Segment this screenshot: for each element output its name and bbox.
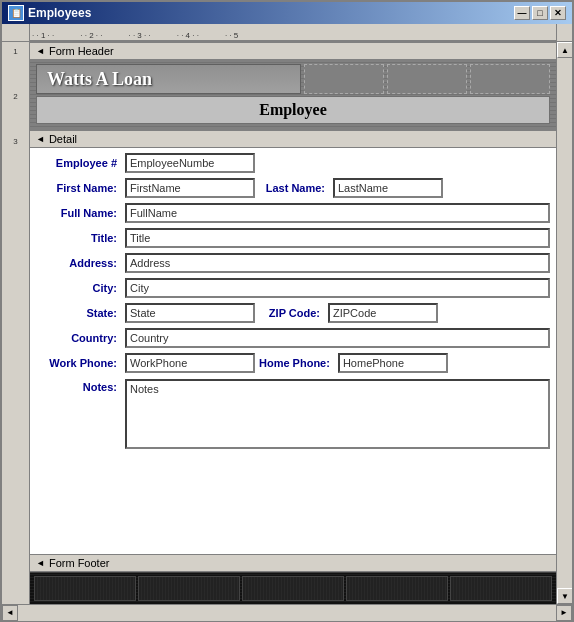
city-value: City xyxy=(130,282,149,294)
notes-value: Notes xyxy=(130,383,159,395)
minimize-button[interactable]: — xyxy=(514,6,530,20)
form-header-arrow-icon: ◄ xyxy=(36,46,45,56)
subtitle-row: Employee xyxy=(36,96,550,124)
home-phone-input[interactable]: HomePhone xyxy=(338,353,448,373)
first-name-label: First Name: xyxy=(36,182,121,194)
first-name-input[interactable]: FirstName xyxy=(125,178,255,198)
zip-label: ZIP Code: xyxy=(259,307,324,319)
ruler-tick-2: · · 2 · · xyxy=(80,31,102,40)
notes-input[interactable]: Notes xyxy=(125,379,550,449)
title-row: Title: Title xyxy=(36,227,550,249)
state-input[interactable]: State xyxy=(125,303,255,323)
notes-label: Notes: xyxy=(36,381,121,393)
address-value: Address xyxy=(130,257,170,269)
close-button[interactable]: ✕ xyxy=(550,6,566,20)
title-input[interactable]: Title xyxy=(125,228,550,248)
first-name-value: FirstName xyxy=(130,182,181,194)
header-cell-1 xyxy=(304,64,384,94)
full-name-label: Full Name: xyxy=(36,207,121,219)
work-phone-label: Work Phone: xyxy=(36,357,121,369)
title-bar-left: 📋 Employees xyxy=(8,5,91,21)
ruler-tick-5: · · 5 xyxy=(225,31,238,40)
city-row: City: City xyxy=(36,277,550,299)
window-title: Employees xyxy=(28,6,91,20)
detail-arrow-icon: ◄ xyxy=(36,134,45,144)
state-value: State xyxy=(130,307,156,319)
ruler-left-tick-1: 1 xyxy=(13,47,17,92)
footer-cell-4 xyxy=(346,576,448,601)
company-name-cell: Watts A Loan xyxy=(36,64,301,94)
work-phone-input[interactable]: WorkPhone xyxy=(125,353,255,373)
scrollbar-bottom: ◄ ► xyxy=(2,604,572,620)
scroll-track-bottom xyxy=(18,605,556,621)
ruler-left-tick-2: 2 xyxy=(13,92,17,137)
footer-cell-1 xyxy=(34,576,136,601)
scroll-up-button[interactable]: ▲ xyxy=(557,42,572,58)
full-name-value: FullName xyxy=(130,207,177,219)
title-controls: — □ ✕ xyxy=(514,6,566,20)
last-name-input[interactable]: LastName xyxy=(333,178,443,198)
ruler-tick-4: · · 4 · · xyxy=(177,31,199,40)
company-name-text: Watts A Loan xyxy=(47,69,152,90)
zip-input[interactable]: ZIPCode xyxy=(328,303,438,323)
scroll-right-button[interactable]: ► xyxy=(556,605,572,621)
title-value: Title xyxy=(130,232,150,244)
footer-cell-2 xyxy=(138,576,240,601)
last-name-value: LastName xyxy=(338,182,388,194)
main-window: 📋 Employees — □ ✕ · · 1 · · · · 2 · · · … xyxy=(0,0,574,622)
title-label: Title: xyxy=(36,232,121,244)
address-row: Address: Address xyxy=(36,252,550,274)
country-input[interactable]: Country xyxy=(125,328,550,348)
employee-num-value: EmployeeNumbe xyxy=(130,157,214,169)
phone-row: Work Phone: WorkPhone Home Phone: HomePh… xyxy=(36,352,550,374)
employee-num-input[interactable]: EmployeeNumbe xyxy=(125,153,255,173)
ruler-tick-1: · · 1 · · xyxy=(32,31,54,40)
home-phone-label: Home Phone: xyxy=(259,357,334,369)
country-value: Country xyxy=(130,332,169,344)
employee-num-row: Employee # EmployeeNumbe xyxy=(36,152,550,174)
last-name-label: Last Name: xyxy=(259,182,329,194)
detail-section-bar: ◄ Detail xyxy=(30,130,556,148)
ruler-top-area: · · 1 · · · · 2 · · · · 3 · · · · 4 · · … xyxy=(2,24,572,42)
scrollbar-right: ▲ ▼ xyxy=(556,42,572,604)
detail-content: Employee # EmployeeNumbe First Name: Fir… xyxy=(30,148,556,554)
company-title-row: Watts A Loan xyxy=(36,64,550,94)
form-header-content: Watts A Loan Employee xyxy=(30,60,556,130)
state-zip-row: State: State ZIP Code: ZIPCode xyxy=(36,302,550,324)
subtitle-text: Employee xyxy=(259,101,327,119)
maximize-button[interactable]: □ xyxy=(532,6,548,20)
detail-label: Detail xyxy=(49,133,77,145)
form-header-section-bar: ◄ Form Header xyxy=(30,42,556,60)
header-cell-2 xyxy=(387,64,467,94)
name-row: First Name: FirstName Last Name: LastNam… xyxy=(36,177,550,199)
country-row: Country: Country xyxy=(36,327,550,349)
form-footer-section-bar: ◄ Form Footer xyxy=(30,554,556,572)
zip-value: ZIPCode xyxy=(333,307,376,319)
main-area: 1 2 3 ◄ Form Header Watts A Loan xyxy=(2,42,572,604)
country-label: Country: xyxy=(36,332,121,344)
ruler-left-tick-3: 3 xyxy=(13,137,17,182)
scroll-left-button[interactable]: ◄ xyxy=(2,605,18,621)
scroll-track-right xyxy=(557,58,572,588)
ruler-top: · · 1 · · · · 2 · · · · 3 · · · · 4 · · … xyxy=(30,24,556,41)
ruler-tick-3: · · 3 · · xyxy=(128,31,150,40)
ruler-corner xyxy=(2,24,30,42)
city-input[interactable]: City xyxy=(125,278,550,298)
home-phone-value: HomePhone xyxy=(343,357,404,369)
address-input[interactable]: Address xyxy=(125,253,550,273)
employee-num-label: Employee # xyxy=(36,157,121,169)
form-footer-label: Form Footer xyxy=(49,557,110,569)
notes-row: Notes: Notes xyxy=(36,379,550,449)
footer-cell-3 xyxy=(242,576,344,601)
form-footer-arrow-icon: ◄ xyxy=(36,558,45,568)
ruler-top-scrollbar-placeholder xyxy=(556,24,572,41)
full-name-input[interactable]: FullName xyxy=(125,203,550,223)
address-label: Address: xyxy=(36,257,121,269)
ruler-left: 1 2 3 xyxy=(2,42,30,604)
form-footer-content xyxy=(30,572,556,604)
form-content: ◄ Form Header Watts A Loan Employee xyxy=(30,42,556,604)
scroll-down-button[interactable]: ▼ xyxy=(557,588,572,604)
full-name-row: Full Name: FullName xyxy=(36,202,550,224)
footer-cell-5 xyxy=(450,576,552,601)
form-header-label: Form Header xyxy=(49,45,114,57)
